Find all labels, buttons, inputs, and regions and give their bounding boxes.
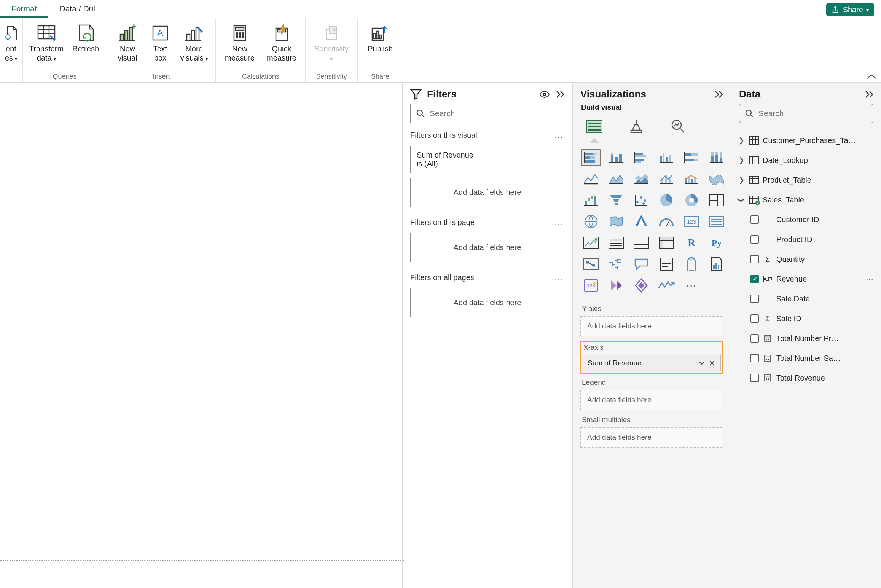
table-customer-purchases[interactable]: ❯ Customer_Purchases_Ta…: [736, 131, 876, 150]
checkbox[interactable]: [750, 334, 759, 343]
checkbox[interactable]: [750, 215, 759, 224]
viz-100-stacked-column[interactable]: [707, 149, 726, 166]
viz-mode-build[interactable]: [585, 117, 604, 136]
ribbon-new-measure[interactable]: Newmeasure: [221, 21, 259, 62]
data-search-input[interactable]: [758, 109, 868, 118]
viz-sparkline[interactable]: [656, 277, 676, 294]
ribbon-text-box[interactable]: A Textbox: [147, 21, 174, 62]
viz-mode-format[interactable]: [627, 117, 646, 136]
viz-arcgis[interactable]: [631, 277, 651, 294]
filter-section-visual-more[interactable]: …: [554, 130, 564, 140]
field-customer-id[interactable]: Customer ID: [736, 210, 876, 229]
viz-card[interactable]: 123: [682, 213, 701, 230]
viz-clustered-column[interactable]: [656, 149, 676, 166]
viz-filled-map[interactable]: [606, 213, 626, 230]
viz-treemap[interactable]: [707, 192, 726, 209]
chevron-down-icon[interactable]: [698, 361, 705, 365]
viz-stacked-bar[interactable]: [581, 149, 601, 166]
viz-azure-map[interactable]: [631, 213, 651, 230]
filter-card-revenue[interactable]: Sum of Revenue is (All): [410, 146, 564, 173]
tab-data-drill[interactable]: Data / Drill: [48, 0, 108, 18]
table-product[interactable]: ❯ Product_Table: [736, 170, 876, 190]
viz-pie[interactable]: [656, 192, 676, 209]
viz-smart-narrative[interactable]: [656, 256, 676, 272]
viz-stacked-column[interactable]: [606, 149, 626, 166]
viz-ribbon-chart[interactable]: [707, 171, 726, 187]
checkbox[interactable]: [750, 255, 759, 263]
collapse-icon[interactable]: [714, 91, 723, 98]
well-small-drop[interactable]: Add data fields here: [580, 427, 722, 448]
remove-field-icon[interactable]: [709, 360, 715, 366]
viz-qa[interactable]: [631, 256, 651, 272]
well-x-field[interactable]: Sum of Revenue: [582, 355, 721, 371]
field-revenue[interactable]: ✓ Revenue ⋯: [736, 269, 876, 289]
viz-get-more[interactable]: ⋯: [682, 277, 701, 294]
ribbon-quick-measure[interactable]: Quickmeasure: [263, 21, 301, 62]
viz-multi-row-card[interactable]: [707, 213, 726, 230]
checkbox[interactable]: [750, 354, 759, 362]
field-sale-date[interactable]: Sale Date: [736, 289, 876, 309]
ribbon-recent-sources[interactable]: entes ▾: [3, 21, 19, 64]
viz-mode-analytics[interactable]: [669, 117, 688, 136]
viz-power-apps[interactable]: 123: [581, 277, 601, 294]
checkbox[interactable]: ✓: [750, 275, 759, 283]
viz-stacked-area[interactable]: [631, 171, 651, 187]
viz-donut[interactable]: [682, 192, 701, 209]
well-y-drop[interactable]: Add data fields here: [580, 316, 722, 336]
checkbox[interactable]: [750, 314, 759, 323]
viz-waterfall[interactable]: [581, 192, 601, 209]
data-search[interactable]: [739, 104, 873, 123]
viz-table[interactable]: [631, 234, 651, 251]
viz-line-stacked-column[interactable]: [656, 171, 676, 187]
ribbon-more-visuals[interactable]: Morevisuals ▾: [177, 21, 211, 64]
ribbon-collapse-toggle[interactable]: [867, 74, 876, 80]
report-canvas[interactable]: [0, 83, 402, 588]
field-total-sales[interactable]: Total Number Sa…: [736, 348, 876, 368]
share-button[interactable]: Share ▾: [826, 3, 874, 16]
filter-section-all-more[interactable]: …: [554, 272, 564, 283]
checkbox[interactable]: [750, 295, 759, 303]
field-total-products[interactable]: Total Number Pr…: [736, 328, 876, 348]
collapse-icon[interactable]: [555, 91, 564, 98]
collapse-icon[interactable]: [864, 91, 873, 98]
viz-slicer[interactable]: [606, 234, 626, 251]
eye-icon[interactable]: [539, 91, 550, 98]
viz-line-clustered-column[interactable]: [682, 171, 701, 187]
table-sales[interactable]: ❯ Sales_Table: [736, 190, 876, 210]
viz-scatter[interactable]: [631, 192, 651, 209]
tab-format[interactable]: Format: [0, 0, 48, 18]
viz-key-influencers[interactable]: [581, 256, 601, 272]
viz-funnel[interactable]: [606, 192, 626, 209]
checkbox[interactable]: [750, 374, 759, 382]
filters-search[interactable]: [410, 104, 564, 123]
field-product-id[interactable]: Product ID: [736, 229, 876, 249]
viz-map[interactable]: [581, 213, 601, 230]
field-more-icon[interactable]: ⋯: [866, 274, 876, 284]
viz-line[interactable]: [581, 171, 601, 187]
viz-area[interactable]: [606, 171, 626, 187]
filters-search-input[interactable]: [430, 109, 559, 118]
ribbon-refresh[interactable]: Refresh: [69, 21, 102, 53]
filter-section-page-more[interactable]: …: [554, 217, 564, 228]
field-quantity[interactable]: Σ Quantity: [736, 249, 876, 269]
filter-all-dropzone[interactable]: Add data fields here: [410, 288, 564, 317]
viz-power-automate[interactable]: [606, 277, 626, 294]
viz-kpi[interactable]: [581, 234, 601, 251]
ribbon-transform-data[interactable]: Transformdata ▾: [27, 21, 65, 64]
ribbon-new-visual[interactable]: Newvisual: [112, 21, 143, 62]
viz-paginated-report[interactable]: [707, 256, 726, 272]
ribbon-publish[interactable]: Publish: [362, 21, 398, 53]
viz-clustered-bar[interactable]: [631, 149, 651, 166]
checkbox[interactable]: [750, 235, 759, 244]
table-date-lookup[interactable]: ❯ Date_Lookup: [736, 150, 876, 170]
filter-visual-dropzone[interactable]: Add data fields here: [410, 178, 564, 207]
viz-python[interactable]: Py: [707, 234, 726, 251]
viz-gauge[interactable]: [656, 213, 676, 230]
filter-page-dropzone[interactable]: Add data fields here: [410, 233, 564, 262]
viz-matrix[interactable]: [656, 234, 676, 251]
field-sale-id[interactable]: Σ Sale ID: [736, 309, 876, 328]
field-total-revenue[interactable]: Total Revenue: [736, 368, 876, 388]
well-legend-drop[interactable]: Add data fields here: [580, 390, 722, 410]
viz-100-stacked-bar[interactable]: [682, 149, 701, 166]
viz-decomposition-tree[interactable]: [606, 256, 626, 272]
